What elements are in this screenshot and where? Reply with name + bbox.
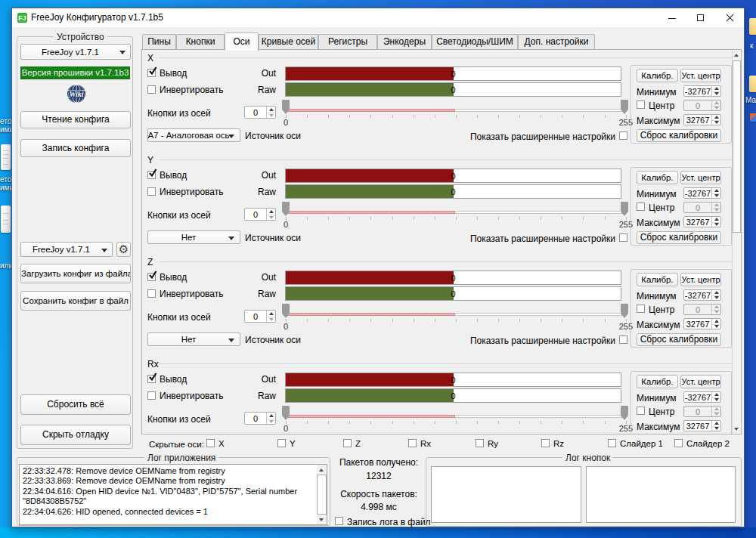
center-checkbox[interactable] xyxy=(637,203,645,211)
spin-down-button[interactable] xyxy=(712,295,720,301)
reset-calibration-button[interactable]: Сброс калибровки xyxy=(637,333,721,346)
center-checkbox[interactable] xyxy=(637,100,645,109)
maximum-spinbox[interactable]: 32767 xyxy=(683,216,721,227)
spin-down-button[interactable] xyxy=(712,426,720,431)
buttons-from-axes-spinbox[interactable]: 0 xyxy=(244,310,276,323)
center-checkbox[interactable] xyxy=(637,305,645,313)
set-center-button[interactable]: Уст. центр xyxy=(680,375,721,388)
scrollbar-down-button[interactable] xyxy=(733,424,741,434)
spin-down-button[interactable] xyxy=(267,215,275,221)
slider-max-handle[interactable] xyxy=(621,406,628,420)
reset-all-button[interactable]: Сбросить всё xyxy=(20,394,131,415)
axis-invert-checkbox[interactable] xyxy=(147,85,156,94)
settings-gear-button[interactable]: ⚙ xyxy=(116,242,131,257)
tab-5[interactable]: Регистры xyxy=(318,34,377,49)
hidden-axis-checkbox-Слайдер 2[interactable] xyxy=(674,439,683,447)
calibrate-button[interactable]: Калибр. xyxy=(637,375,678,388)
desktop-document-icon[interactable] xyxy=(1,144,11,170)
set-center-button[interactable]: Уст. центр xyxy=(680,273,721,286)
scrollbar-up-button[interactable] xyxy=(317,465,327,475)
spin-down-button[interactable] xyxy=(712,222,720,227)
hidden-axis-checkbox-X[interactable] xyxy=(206,439,215,447)
spin-down-button[interactable] xyxy=(712,193,720,199)
center-spinbox[interactable]: 0 xyxy=(683,100,721,111)
tab-6[interactable]: Энкодеры xyxy=(377,34,432,49)
minimum-spinbox[interactable]: -32767 xyxy=(683,85,721,97)
spin-down-button[interactable] xyxy=(267,113,275,119)
reset-calibration-button[interactable]: Сброс калибровки xyxy=(637,231,721,244)
slider-min-handle[interactable] xyxy=(282,100,290,114)
maximum-spinbox[interactable]: 32767 xyxy=(683,318,721,329)
tab-3[interactable]: Оси xyxy=(225,32,259,51)
button-log-textarea-right[interactable] xyxy=(586,466,736,523)
axis-range-slider[interactable]: 0 255 xyxy=(282,304,628,331)
hidden-axis-checkbox-Rz[interactable] xyxy=(541,439,550,447)
spin-down-button[interactable] xyxy=(712,120,720,125)
axis-output-checkbox[interactable] xyxy=(147,273,156,281)
tab-7[interactable]: Светодиоды/ШИМ xyxy=(432,34,518,49)
axis-invert-checkbox[interactable] xyxy=(147,289,156,298)
hidden-axis-checkbox-Слайдер 1[interactable] xyxy=(608,439,616,447)
axis-output-checkbox[interactable] xyxy=(147,171,156,179)
hidden-axis-checkbox-Rx[interactable] xyxy=(408,439,417,447)
axis-range-slider[interactable]: 0 255 xyxy=(282,202,628,229)
spin-down-button[interactable] xyxy=(712,106,720,111)
hidden-axis-checkbox-Z[interactable] xyxy=(343,439,352,447)
center-spinbox[interactable]: 0 xyxy=(683,202,721,213)
slider-max-handle[interactable] xyxy=(621,202,628,216)
scrollbar-down-button[interactable] xyxy=(317,515,327,524)
spin-up-button[interactable] xyxy=(267,209,275,215)
button-log-textarea-left[interactable] xyxy=(431,466,581,523)
maximum-spinbox[interactable]: 32767 xyxy=(683,114,721,125)
buttons-from-axes-spinbox[interactable]: 0 xyxy=(244,208,276,221)
desktop-document-icon[interactable] xyxy=(1,206,11,233)
scrollbar-up-button[interactable] xyxy=(733,50,741,60)
axis-source-combobox[interactable]: Нет xyxy=(147,230,240,244)
load-config-file-button[interactable]: Загрузить конфиг из файла xyxy=(20,264,131,283)
spin-up-button[interactable] xyxy=(267,413,275,419)
calibrate-button[interactable]: Калибр. xyxy=(637,171,678,184)
minimum-spinbox[interactable]: -32767 xyxy=(683,391,721,403)
axis-invert-checkbox[interactable] xyxy=(147,391,156,400)
slider-min-handle[interactable] xyxy=(282,304,290,318)
desktop-app-icon[interactable] xyxy=(750,113,756,122)
show-advanced-checkbox[interactable] xyxy=(619,335,627,344)
spin-down-button[interactable] xyxy=(712,324,720,329)
spin-up-button[interactable] xyxy=(267,311,275,317)
tab-2[interactable]: Кнопки xyxy=(176,34,225,49)
set-center-button[interactable]: Уст. центр xyxy=(680,69,721,82)
buttons-from-axes-spinbox[interactable]: 0 xyxy=(244,106,276,119)
wiki-globe-icon[interactable]: Wiki xyxy=(67,84,86,104)
axis-output-checkbox[interactable] xyxy=(147,375,156,383)
scrollbar-thumb[interactable] xyxy=(317,475,327,515)
axis-source-combobox[interactable]: A7 - Аналоговая ось xyxy=(147,128,240,142)
center-checkbox[interactable] xyxy=(637,407,645,415)
read-config-button[interactable]: Чтение конфига xyxy=(20,111,131,128)
spin-up-button[interactable] xyxy=(267,107,275,113)
slider-min-handle[interactable] xyxy=(282,202,290,216)
axis-invert-checkbox[interactable] xyxy=(147,187,156,196)
save-config-file-button[interactable]: Сохранить конфиг в файл xyxy=(20,291,131,311)
minimum-spinbox[interactable]: -32767 xyxy=(683,187,721,199)
minimum-spinbox[interactable]: -32767 xyxy=(683,289,721,301)
vertical-scrollbar[interactable] xyxy=(732,50,741,434)
calibrate-button[interactable]: Калибр. xyxy=(637,273,678,286)
app-log-textarea[interactable]: 22:33:32.478: Remove device OEMName from… xyxy=(19,464,327,525)
center-spinbox[interactable]: 0 xyxy=(683,406,721,417)
hidden-axis-checkbox-Y[interactable] xyxy=(277,439,286,447)
show-advanced-checkbox[interactable] xyxy=(619,131,627,140)
desktop-folder-icon[interactable] xyxy=(749,76,756,92)
spin-down-button[interactable] xyxy=(267,317,275,323)
slider-max-handle[interactable] xyxy=(621,304,628,318)
minimize-button[interactable] xyxy=(658,8,686,27)
close-button[interactable] xyxy=(715,8,744,27)
buttons-from-axes-spinbox[interactable]: 0 xyxy=(244,412,276,425)
spin-down-button[interactable] xyxy=(712,310,720,315)
spin-down-button[interactable] xyxy=(267,419,275,425)
spin-down-button[interactable] xyxy=(712,412,720,417)
hide-debug-button[interactable]: Скрыть отладку xyxy=(20,425,131,445)
app-log-scrollbar[interactable] xyxy=(317,465,327,524)
title-bar[interactable]: FJ FreeJoy Конфигуратор v1.7.1b5 xyxy=(12,8,744,27)
spin-down-button[interactable] xyxy=(712,91,720,97)
maximize-button[interactable] xyxy=(686,8,715,27)
